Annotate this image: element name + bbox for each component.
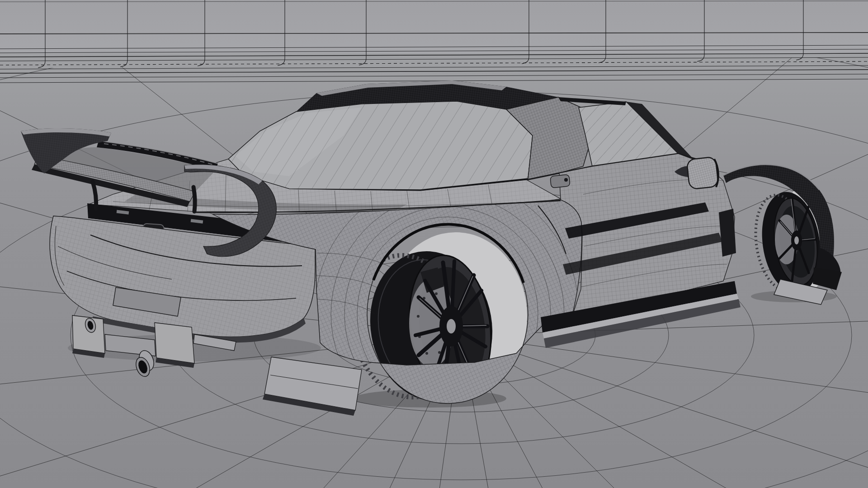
mirror-wires: [687, 157, 719, 189]
door-handle[interactable]: [550, 174, 570, 188]
center-cap: [447, 319, 456, 333]
front-center-cap: [794, 236, 799, 244]
viewport-canvas[interactable]: Wireframe-shaded 3D model of a wide-body…: [0, 0, 868, 488]
viewport-3d[interactable]: Wireframe-shaded 3D model of a wide-body…: [0, 0, 868, 488]
